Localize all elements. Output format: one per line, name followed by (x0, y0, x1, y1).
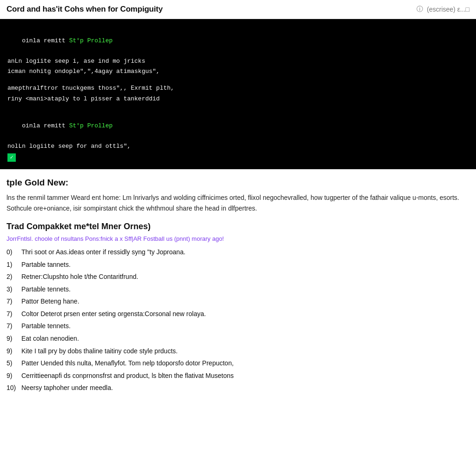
code-line-6: oinla remitt St°p Prollep (7, 111, 469, 141)
list-num: 10) (7, 382, 20, 394)
code-line-3: icman nohitg ondople",",4agay atimaskgus… (7, 66, 469, 77)
list-text: Thri soot or Aas.ideas onter if ressidly… (21, 246, 469, 258)
list-item: 7) Coltor Deterot prsen enter seting org… (7, 308, 469, 320)
list-item: 9) Cerrittieenapfi ds conprnonsfrst and … (7, 370, 469, 382)
list-num: 7) (7, 308, 20, 320)
code-highlight: St°p Prollep (69, 37, 113, 44)
header-icons: ⓘ (escrisee) ε...□ (416, 5, 469, 13)
code-blank-1 (7, 77, 469, 83)
code-line-5: riny <mani>ataply to l pisser a tankerdd… (7, 94, 469, 104)
section1-paragraph: lns the renmil tammer Weard ent home: Lm… (7, 192, 469, 213)
list-item: 7) Pattor Beteng hane. (7, 295, 469, 308)
list-text: Retner:Clupshto hole t/the Contaritfrund… (21, 271, 469, 283)
list-num: 9) (7, 332, 20, 345)
list-text: Pattor Beteng hane. (21, 295, 469, 308)
list-text: Coltor Deterot prsen enter seting orgens… (21, 308, 469, 320)
list-text: Partable tannets. (21, 258, 469, 271)
list-text: Eat colan nenodien. (21, 332, 469, 345)
code-highlight-2: St°p Prollep (69, 122, 113, 129)
code-line-7: nolLn logiite seep for and ottls", (7, 141, 469, 152)
page-title: Cord and has'it Cohs when for Compiguity (7, 5, 416, 14)
list-item: 1) Partable tannets. (7, 258, 469, 271)
section2-meta: JorrFntlsl. choole of nsultans Pons:fnic… (7, 235, 469, 242)
code-line-4: amepthralftror tnuckgems thoss",, Exrmit… (7, 83, 469, 93)
list-text: Partable tennets. (21, 283, 469, 296)
code-text-2: oinla remitt (22, 122, 69, 129)
list-item: 3) Partable tennets. (7, 283, 469, 296)
list-text: Partable tennets. (21, 320, 469, 332)
content-area: tple Gold New: lns the renmil tammer Wea… (0, 169, 476, 403)
code-line-1: oinla remitt St°p Prollep (7, 26, 469, 56)
list-item: 9) Kite I tall pry by dobs thaline taiti… (7, 345, 469, 357)
list-item: 10) Neersy taphoher under meedla. (7, 382, 469, 394)
list-num: 5) (7, 357, 20, 370)
list-num: 1) (7, 258, 20, 271)
list-num: 2) (7, 271, 20, 283)
code-text: oinla remitt (22, 37, 69, 44)
meta-text: (escrisee) ε...□ (427, 6, 469, 13)
list-item: 7) Partable tennets. (7, 320, 469, 332)
list-num: 9) (7, 345, 20, 357)
list-num: 3) (7, 283, 20, 296)
list-item: 0) Thri soot or Aas.ideas onter if ressi… (7, 246, 469, 258)
list-text: Kite I tall pry by dobs thaline taitiny … (21, 345, 469, 357)
list-text: Cerrittieenapfi ds conprnonsfrst and pro… (21, 370, 469, 382)
code-line-2: anLn logiite seep i, ase ind mo jricks (7, 56, 469, 66)
info-icon[interactable]: ⓘ (416, 5, 423, 13)
list-item: 2) Retner:Clupshto hole t/the Contaritfr… (7, 271, 469, 283)
list-text: Patter Uended thls nulta, Menaflyfot. To… (21, 357, 469, 370)
header-bar: Cord and has'it Cohs when for Compiguity… (0, 0, 476, 19)
list-num: 7) (7, 320, 20, 332)
list-num: 9) (7, 370, 20, 382)
list-area: 0) Thri soot or Aas.ideas onter if ressi… (7, 246, 469, 394)
list-item: 9) Eat colan nenodien. (7, 332, 469, 345)
section2-title: Trad Compakket me*tel Mner Ornes) (7, 222, 469, 231)
code-blank-2 (7, 104, 469, 111)
list-num: 0) (7, 246, 20, 258)
list-item: 5) Patter Uended thls nulta, Menaflyfot.… (7, 357, 469, 370)
list-text: Neersy taphoher under meedla. (21, 382, 469, 394)
checkmark-icon: ✓ (7, 153, 16, 162)
section1-title: tple Gold New: (7, 178, 469, 188)
list-num: 7) (7, 295, 20, 308)
code-block: oinla remitt St°p Prollep anLn logiite s… (0, 19, 476, 169)
